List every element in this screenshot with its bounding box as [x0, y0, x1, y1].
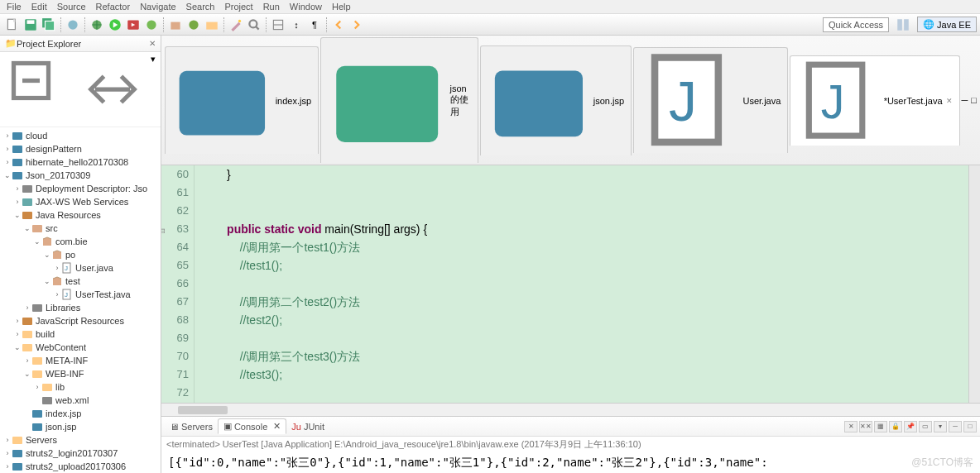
close-icon[interactable]: ✕ — [273, 421, 281, 432]
code-line[interactable] — [195, 202, 980, 220]
code-line[interactable] — [195, 275, 980, 293]
toggle-icon[interactable] — [271, 17, 286, 32]
perspective-java-ee[interactable]: 🌐 Java EE — [917, 17, 977, 32]
display-selected-icon[interactable]: ▭ — [919, 421, 932, 432]
new-class-icon[interactable] — [186, 17, 201, 32]
new-folder-icon[interactable] — [204, 17, 219, 32]
open-console-icon[interactable]: ▾ — [934, 421, 947, 432]
pin-console-icon[interactable]: 📌 — [904, 421, 917, 432]
scroll-lock-icon[interactable]: 🔒 — [889, 421, 902, 432]
tree-item[interactable]: ›Deployment Descriptor: Jso — [0, 182, 161, 195]
paragraph-icon[interactable]: ¶ — [307, 17, 322, 32]
twisty-icon[interactable]: › — [23, 303, 31, 312]
tree-item[interactable]: ›build — [0, 327, 161, 341]
twisty-icon[interactable]: › — [53, 290, 61, 299]
collapse-all-icon[interactable] — [5, 54, 74, 125]
code-line[interactable]: //test3(); — [195, 366, 980, 384]
tree-item[interactable]: ›META-INF — [0, 354, 161, 367]
tree-item[interactable]: json.jsp — [0, 420, 161, 433]
tree-item[interactable]: ›designPattern — [0, 142, 161, 155]
maximize-icon[interactable]: □ — [971, 95, 977, 105]
code-line[interactable]: //test2(); — [195, 311, 980, 329]
menu-source[interactable]: Source — [57, 2, 86, 12]
remove-launch-icon[interactable]: ✕ — [844, 421, 858, 432]
close-tab-icon[interactable]: ✕ — [946, 97, 953, 105]
run-ext-icon[interactable] — [126, 17, 141, 32]
open-type-icon[interactable] — [65, 17, 80, 32]
close-view-icon[interactable]: ✕ — [149, 39, 156, 48]
tree-item[interactable]: ›cloud — [0, 129, 161, 142]
tree-item[interactable]: ⌄WebContent — [0, 341, 161, 354]
code-editor[interactable]: } public static void main(String[] args)… — [195, 165, 980, 403]
tree-item[interactable]: index.jsp — [0, 407, 161, 420]
editor-tab[interactable]: J*UserTest.java✕ — [790, 55, 959, 146]
editor-tab[interactable]: json的使用 — [320, 37, 478, 163]
code-line[interactable]: public static void main(String[] args) { — [195, 220, 980, 238]
tree-item[interactable]: ⌄Java Resources — [0, 208, 161, 222]
twisty-icon[interactable]: › — [3, 145, 12, 153]
tree-item[interactable]: ›JUserTest.java — [0, 288, 161, 301]
menu-navigate[interactable]: Navigate — [140, 2, 175, 12]
twisty-icon[interactable]: › — [13, 198, 22, 206]
editor-tab[interactable]: JUser.java — [633, 47, 788, 153]
twisty-icon[interactable]: › — [3, 436, 12, 444]
minimize-icon[interactable]: ─ — [949, 421, 962, 432]
menu-project[interactable]: Project — [224, 2, 252, 12]
tab-junit[interactable]: JuJUnit — [286, 420, 329, 433]
code-line[interactable]: //调用第二个test2()方法 — [195, 293, 980, 311]
code-line[interactable]: //test1(); — [195, 256, 980, 275]
tree-item[interactable]: web.xml — [0, 394, 161, 407]
twisty-icon[interactable]: › — [13, 330, 22, 338]
twisty-icon[interactable]: › — [3, 158, 12, 166]
tree-item[interactable]: ›Libraries — [0, 301, 161, 314]
twisty-icon[interactable]: › — [13, 184, 22, 193]
save-icon[interactable] — [23, 17, 38, 32]
tab-console[interactable]: ▣Console✕ — [218, 418, 286, 434]
maximize-icon[interactable]: □ — [963, 421, 977, 432]
tree-item[interactable]: ⌄po — [0, 248, 161, 261]
quick-access-input[interactable]: Quick Access — [823, 17, 889, 32]
tree-item[interactable]: ⌄com.bie — [0, 235, 161, 248]
minimize-icon[interactable]: ─ — [962, 95, 968, 105]
menu-window[interactable]: Window — [290, 2, 322, 12]
twisty-icon[interactable]: ⌄ — [23, 224, 31, 232]
tree-item[interactable]: ⌄Json_20170309 — [0, 169, 161, 182]
twisty-icon[interactable]: ⌄ — [33, 237, 41, 246]
twisty-icon[interactable]: › — [3, 462, 12, 471]
link-editor-icon[interactable] — [78, 54, 147, 125]
run-icon[interactable] — [108, 17, 122, 32]
horizontal-scrollbar[interactable] — [161, 403, 980, 416]
editor-tab[interactable]: json.jsp — [480, 45, 632, 155]
view-menu-icon[interactable]: ▾ — [151, 54, 156, 125]
search-icon[interactable] — [247, 17, 262, 32]
remove-all-icon[interactable]: ✕✕ — [859, 421, 872, 432]
twisty-icon[interactable]: › — [23, 356, 31, 365]
tree-item[interactable]: ›JAX-WS Web Services — [0, 195, 161, 208]
project-tree[interactable]: ›cloud›designPattern›hibernate_hello2017… — [0, 127, 161, 473]
run-on-server-icon[interactable] — [144, 17, 159, 32]
code-line[interactable]: //调用第四个test4()方法 — [195, 402, 980, 403]
tree-item[interactable]: ›lib — [0, 380, 161, 394]
save-all-icon[interactable] — [41, 17, 56, 32]
debug-icon[interactable] — [89, 17, 104, 32]
tree-item[interactable]: ⌄src — [0, 222, 161, 235]
twisty-icon[interactable]: ⌄ — [3, 171, 12, 179]
twisty-icon[interactable]: ⌄ — [43, 251, 51, 259]
code-line[interactable] — [195, 384, 980, 402]
tree-item[interactable]: ›hibernate_hello20170308 — [0, 155, 161, 169]
cursor-icon[interactable]: ↕ — [289, 17, 304, 32]
twisty-icon[interactable]: ⌄ — [23, 370, 31, 378]
tree-item[interactable]: ⌄WEB-INF — [0, 367, 161, 380]
twisty-icon[interactable]: ⌄ — [13, 343, 22, 351]
code-line[interactable]: } — [195, 165, 980, 184]
tree-item[interactable]: ›JUser.java — [0, 261, 161, 275]
tree-item[interactable]: ›struts2_login20170307 — [0, 447, 161, 460]
twisty-icon[interactable]: › — [33, 383, 41, 391]
wand-icon[interactable] — [228, 17, 243, 32]
code-line[interactable] — [195, 329, 980, 347]
tree-item[interactable]: ›struts2_upload20170306 — [0, 460, 161, 473]
menu-edit[interactable]: Edit — [31, 2, 47, 12]
twisty-icon[interactable]: › — [13, 317, 22, 325]
console-output[interactable]: [{"id":0,"name":"张三0"},{"id":1,"name":"张… — [161, 452, 980, 473]
twisty-icon[interactable]: ⌄ — [13, 211, 22, 219]
